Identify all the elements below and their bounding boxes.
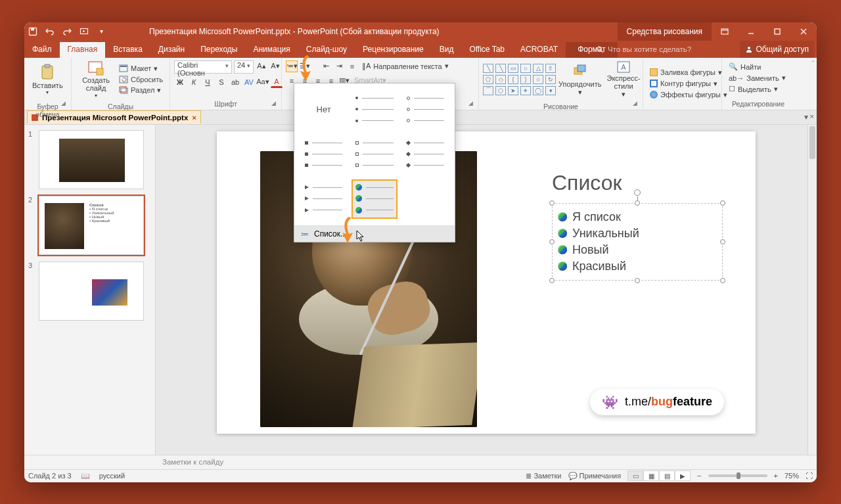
rotate-handle-icon[interactable] bbox=[634, 189, 641, 196]
select-button[interactable]: ☐ Выделить▾ bbox=[726, 84, 788, 94]
shadow-icon[interactable]: ab bbox=[229, 76, 241, 88]
tab-animations[interactable]: Анимация bbox=[245, 42, 298, 58]
tab-review[interactable]: Рецензирование bbox=[355, 42, 432, 58]
text-direction-button[interactable]: ‖A Направление текста▾ bbox=[359, 60, 451, 72]
fit-to-window-icon[interactable]: ⛶ bbox=[806, 472, 813, 480]
resize-handle[interactable] bbox=[720, 200, 725, 206]
bullet-none[interactable]: Нет bbox=[301, 90, 346, 129]
drawing-launcher-icon[interactable]: ◢ bbox=[633, 100, 641, 108]
grow-font-icon[interactable]: A▴ bbox=[256, 60, 267, 72]
zoom-level[interactable]: 75% bbox=[784, 472, 799, 480]
spacing-icon[interactable]: AV bbox=[243, 76, 255, 88]
bullet-diamond[interactable] bbox=[403, 135, 448, 174]
shrink-font-icon[interactable]: A▾ bbox=[269, 60, 281, 72]
slide-stage[interactable]: Список Я список Уникальный Новый Красивы… bbox=[156, 125, 817, 455]
font-launcher-icon[interactable]: ◢ bbox=[271, 100, 279, 108]
shape-outline-button[interactable]: Контур фигуры▾ bbox=[647, 79, 730, 89]
tab-insert[interactable]: Вставка bbox=[105, 42, 150, 58]
font-color-icon[interactable]: A bbox=[271, 76, 283, 88]
resize-handle[interactable] bbox=[720, 239, 725, 244]
tab-view[interactable]: Вид bbox=[432, 42, 462, 58]
section-button[interactable]: Раздел▾ bbox=[116, 85, 166, 95]
spellcheck-icon[interactable]: 📖 bbox=[81, 472, 90, 480]
maximize-icon[interactable] bbox=[764, 22, 790, 41]
tab-officetab[interactable]: Office Tab bbox=[461, 42, 512, 58]
selected-list-textbox[interactable]: Я список Уникальный Новый Красивый bbox=[552, 203, 723, 281]
font-name-select[interactable]: Calibri (Основн bbox=[174, 60, 232, 74]
slideshow-view-icon[interactable]: ▶ bbox=[675, 470, 691, 481]
share-button[interactable]: Общий доступ bbox=[740, 41, 814, 58]
thumbnail-pane[interactable]: 1 2 Список• Я список • Уникальный • Новы… bbox=[24, 125, 156, 455]
close-doc-tab-icon[interactable]: × bbox=[192, 114, 196, 122]
comments-toggle[interactable]: 💬 Примечания bbox=[568, 472, 622, 480]
reset-button[interactable]: Сбросить bbox=[116, 75, 166, 84]
slide-thumbnail-3[interactable] bbox=[39, 262, 144, 321]
doctabs-menu-icon[interactable]: ▾ bbox=[804, 112, 808, 122]
shape-effects-button[interactable]: Эффекты фигуры▾ bbox=[647, 90, 730, 100]
bullet-disc[interactable] bbox=[352, 90, 397, 129]
replace-button[interactable]: ab→ Заменить▾ bbox=[726, 73, 788, 83]
doctabs-close-icon[interactable]: × bbox=[809, 112, 814, 122]
notes-toggle[interactable]: ≣ Заметки bbox=[526, 472, 561, 480]
ribbon-options-icon[interactable] bbox=[712, 22, 738, 41]
paragraph-launcher-icon[interactable]: ◢ bbox=[468, 100, 476, 108]
slide-thumbnail-1[interactable] bbox=[39, 130, 144, 189]
resize-handle[interactable] bbox=[549, 239, 555, 244]
collapse-ribbon-icon[interactable]: ˆ bbox=[812, 60, 814, 68]
zoom-out-icon[interactable]: − bbox=[697, 472, 701, 480]
undo-icon[interactable] bbox=[41, 22, 58, 41]
resize-handle[interactable] bbox=[635, 200, 640, 206]
bold-icon[interactable]: Ж bbox=[174, 76, 186, 88]
normal-view-icon[interactable]: ▭ bbox=[627, 470, 643, 481]
new-slide-button[interactable]: Создать слайд ▾ bbox=[76, 59, 116, 100]
arrange-button[interactable]: Упорядочить▾ bbox=[556, 59, 604, 100]
vertical-scrollbar[interactable] bbox=[807, 125, 817, 455]
save-icon[interactable] bbox=[24, 22, 41, 41]
line-spacing-icon[interactable]: ≡ bbox=[346, 60, 358, 72]
case-icon[interactable]: Aa▾ bbox=[257, 76, 269, 88]
redo-icon[interactable] bbox=[58, 22, 76, 41]
clipboard-launcher-icon[interactable]: ◢ bbox=[61, 100, 69, 108]
bullet-arrow[interactable] bbox=[301, 179, 346, 219]
zoom-in-icon[interactable]: + bbox=[774, 472, 778, 480]
tab-transitions[interactable]: Переходы bbox=[193, 42, 245, 58]
resize-handle[interactable] bbox=[549, 278, 555, 283]
reading-view-icon[interactable]: ▤ bbox=[659, 470, 675, 481]
start-from-beginning-icon[interactable] bbox=[76, 22, 93, 41]
bullet-globe[interactable] bbox=[352, 179, 397, 219]
underline-icon[interactable]: Ч bbox=[202, 76, 214, 88]
layout-button[interactable]: Макет▾ bbox=[116, 64, 166, 74]
notes-pane[interactable]: Заметки к слайду bbox=[24, 455, 817, 469]
tell-me-search[interactable]: Что вы хотите сделать? bbox=[596, 41, 691, 58]
bullet-circle[interactable] bbox=[403, 90, 448, 129]
tab-file[interactable]: Файл bbox=[24, 42, 60, 58]
quick-styles-button[interactable]: A Экспресс-стили▾ bbox=[604, 59, 643, 100]
slide-thumbnail-2[interactable]: Список• Я список • Уникальный • Новый • … bbox=[39, 196, 144, 255]
font-size-select[interactable]: 24 bbox=[234, 60, 254, 74]
resize-handle[interactable] bbox=[549, 200, 555, 206]
list-item: Новый bbox=[558, 242, 717, 258]
qat-more-icon[interactable]: ▾ bbox=[93, 22, 110, 41]
decrease-indent-icon[interactable]: ⇤ bbox=[320, 60, 332, 72]
italic-icon[interactable]: К bbox=[188, 76, 200, 88]
bullet-square-outline[interactable] bbox=[352, 135, 397, 174]
bullets-more-button[interactable]: ≔ Список... bbox=[294, 225, 455, 242]
minimize-icon[interactable] bbox=[738, 22, 764, 41]
resize-handle[interactable] bbox=[720, 278, 725, 283]
slide-counter[interactable]: Слайд 2 из 3 bbox=[28, 472, 72, 480]
tab-design[interactable]: Дизайн bbox=[150, 42, 193, 58]
increase-indent-icon[interactable]: ⇥ bbox=[333, 60, 345, 72]
resize-handle[interactable] bbox=[635, 278, 640, 283]
tab-acrobat[interactable]: ACROBAT bbox=[512, 42, 566, 58]
close-icon[interactable] bbox=[790, 22, 817, 41]
bullet-square-fill[interactable] bbox=[301, 135, 346, 174]
language-indicator[interactable]: русский bbox=[99, 472, 125, 480]
shape-fill-button[interactable]: Заливка фигуры▾ bbox=[647, 68, 730, 78]
find-button[interactable]: 🔍 Найти bbox=[726, 62, 788, 72]
paste-button[interactable]: Вставить ▾ bbox=[28, 59, 67, 100]
zoom-slider[interactable] bbox=[708, 474, 767, 477]
sorter-view-icon[interactable]: ▦ bbox=[643, 470, 659, 481]
tab-home[interactable]: Главная bbox=[60, 42, 106, 58]
strike-icon[interactable]: S bbox=[216, 76, 227, 88]
shapes-gallery[interactable]: ╲╲▭○△⇧ ⬠◇{}☆↻ ⌒⬡➤✶◯▾ bbox=[483, 64, 556, 95]
